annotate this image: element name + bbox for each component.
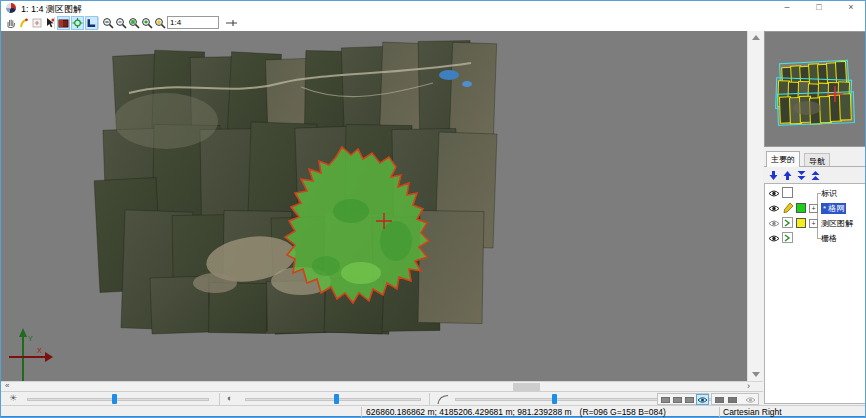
visibility-eye-disabled-icon[interactable] bbox=[744, 394, 757, 405]
tab-main[interactable]: 主要的 bbox=[766, 151, 800, 167]
pan-hand-icon[interactable] bbox=[4, 16, 17, 30]
panel-tabs: 主要的 导航 bbox=[764, 151, 866, 167]
scroll-down-icon[interactable] bbox=[752, 372, 760, 377]
rgb-readout: (R=096 G=158 B=084) bbox=[580, 407, 666, 417]
chevron-right-icon[interactable] bbox=[782, 217, 793, 228]
app-icon bbox=[6, 3, 16, 13]
application-window: 1: 1:4 测区图解 – □ × bbox=[0, 0, 866, 418]
tree-row-survey[interactable]: + 测区图解 bbox=[765, 216, 865, 231]
visibility-eye-icon[interactable] bbox=[768, 219, 780, 228]
visibility-eye-icon[interactable] bbox=[768, 234, 780, 243]
add-vertex-icon[interactable] bbox=[17, 16, 30, 30]
contrast-icon: ◐ bbox=[227, 393, 232, 403]
brightness-slider-thumb[interactable] bbox=[112, 394, 117, 404]
status-projection-mode: Cartesian Right bbox=[723, 407, 782, 417]
tree-label[interactable]: 标识 bbox=[821, 188, 837, 199]
zoom-out-icon[interactable] bbox=[101, 16, 114, 30]
right-panel: 主要的 导航 bbox=[763, 31, 866, 405]
navigator-thumbnail[interactable] bbox=[764, 31, 866, 147]
zoom-fit-icon[interactable] bbox=[153, 16, 166, 30]
gamma-slider-thumb[interactable] bbox=[552, 394, 557, 404]
scroll-right-icon[interactable]: › bbox=[747, 381, 750, 391]
visibility-eye-icon[interactable] bbox=[768, 189, 780, 198]
svg-text:Y: Y bbox=[28, 335, 33, 342]
contrast-slider-thumb[interactable] bbox=[334, 394, 339, 404]
move-up-icon[interactable] bbox=[781, 169, 794, 181]
edit-pencil-icon[interactable] bbox=[782, 202, 794, 214]
maximize-button[interactable]: □ bbox=[803, 1, 835, 15]
tree-row-raster[interactable]: 栅格 bbox=[765, 231, 865, 246]
minimize-button[interactable]: – bbox=[771, 1, 803, 15]
tree-row-labels[interactable]: 标识 bbox=[765, 186, 865, 201]
vertical-scrollbar[interactable] bbox=[747, 31, 763, 381]
map-canvas[interactable]: Y X bbox=[1, 31, 747, 381]
channel-button[interactable] bbox=[661, 397, 670, 403]
channel-button[interactable] bbox=[685, 397, 694, 403]
contrast-slider[interactable] bbox=[245, 398, 421, 401]
toolbar-separator bbox=[54, 17, 55, 29]
channel-button[interactable] bbox=[715, 397, 724, 403]
toolbar bbox=[1, 15, 865, 31]
channel-button-group-2 bbox=[711, 393, 759, 405]
move-bottom-icon[interactable] bbox=[795, 169, 808, 181]
coordinate-readout: 626860.186862 m; 4185206.429681 m; 981.2… bbox=[366, 407, 572, 417]
scale-input[interactable] bbox=[167, 16, 219, 29]
center-target-icon[interactable] bbox=[71, 16, 84, 30]
layer-order-buttons bbox=[764, 168, 866, 182]
expand-plus-icon[interactable]: + bbox=[809, 204, 818, 213]
visibility-eye-icon[interactable] bbox=[768, 204, 780, 213]
channel-button-group bbox=[657, 393, 709, 405]
layer-color-green[interactable] bbox=[796, 203, 806, 213]
tree-row-grid[interactable]: + * 格网 bbox=[765, 201, 865, 216]
pin-icon[interactable] bbox=[225, 16, 238, 30]
move-top-icon[interactable] bbox=[809, 169, 822, 181]
tree-label-selected[interactable]: * 格网 bbox=[821, 203, 846, 214]
tree-label[interactable]: 栅格 bbox=[821, 233, 837, 244]
close-button[interactable]: × bbox=[835, 1, 866, 15]
tab-navigation[interactable]: 导航 bbox=[804, 153, 830, 167]
visibility-eye-icon[interactable] bbox=[696, 394, 709, 405]
expand-plus-icon[interactable]: + bbox=[809, 219, 818, 228]
scrollbar-thumb[interactable] bbox=[513, 383, 540, 391]
status-coordinates: 626860.186862 m; 4185206.429681 m; 981.2… bbox=[366, 407, 666, 417]
zoom-in-icon[interactable] bbox=[140, 16, 153, 30]
empty-checkbox[interactable] bbox=[782, 187, 793, 198]
image-visibility-icon[interactable] bbox=[57, 16, 70, 30]
title-bar: 1: 1:4 测区图解 – □ × bbox=[1, 1, 865, 15]
tree-label[interactable]: 测区图解 bbox=[821, 218, 853, 229]
toolbar-separator bbox=[98, 17, 99, 29]
horizontal-scrollbar[interactable]: « › bbox=[1, 381, 763, 391]
channel-button[interactable] bbox=[728, 397, 737, 403]
channel-button[interactable] bbox=[673, 397, 682, 403]
zoom-region-icon[interactable] bbox=[127, 16, 140, 30]
zoom-100-icon[interactable] bbox=[114, 16, 127, 30]
layer-color-yellow[interactable] bbox=[796, 218, 806, 228]
svg-text:X: X bbox=[37, 347, 42, 354]
image-adjust-bar: ☀ ◐ bbox=[1, 391, 763, 405]
status-bar: 626860.186862 m; 4185206.429681 m; 981.2… bbox=[1, 405, 866, 418]
brightness-slider[interactable] bbox=[27, 398, 209, 401]
corner-mode-icon[interactable] bbox=[85, 16, 98, 30]
grid-marker-icon[interactable] bbox=[30, 16, 43, 30]
scroll-left-icon[interactable]: « bbox=[5, 381, 9, 390]
layer-tree: 标识 + * 格网 bbox=[764, 183, 866, 404]
scroll-up-icon[interactable] bbox=[752, 35, 760, 40]
axis-indicator: Y X bbox=[9, 328, 53, 381]
chevron-right-icon[interactable] bbox=[782, 232, 793, 243]
move-down-icon[interactable] bbox=[767, 169, 780, 181]
brightness-icon: ☀ bbox=[9, 393, 17, 403]
